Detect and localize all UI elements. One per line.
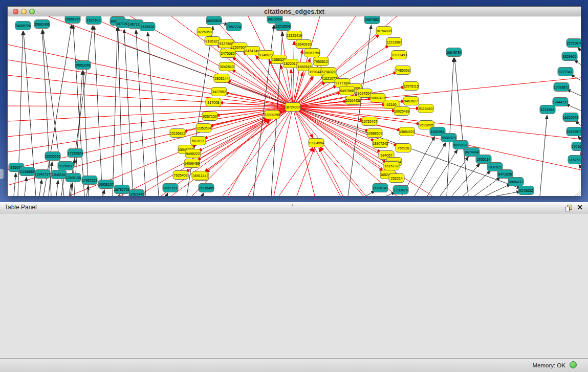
network-window-titlebar[interactable]: citations_edges.txt: [8, 7, 581, 16]
graph-node[interactable]: 7955812: [313, 57, 329, 66]
graph-node[interactable]: 10807487: [370, 94, 385, 102]
graph-node[interactable]: 20206556: [45, 152, 60, 161]
graph-node[interactable]: 13654923: [399, 127, 415, 136]
graph-node[interactable]: 10655287: [65, 16, 80, 24]
graph-node[interactable]: 12942737: [35, 170, 50, 179]
graph-node[interactable]: 12975115: [403, 82, 419, 91]
graph-node[interactable]: 18300295: [265, 111, 280, 119]
svg-text:8454749: 8454749: [245, 49, 259, 53]
graph-node[interactable]: 12093872: [554, 83, 569, 92]
graph-node[interactable]: 10025488: [394, 107, 409, 116]
graph-node[interactable]: 12213967: [386, 38, 402, 47]
graph-node[interactable]: 16782759: [114, 185, 129, 194]
graph-node[interactable]: 2935114: [476, 155, 491, 164]
graph-node[interactable]: 12923448: [129, 190, 144, 196]
graph-node[interactable]: 7485063: [395, 66, 410, 75]
graph-node[interactable]: 756928: [396, 144, 411, 152]
graph-node[interactable]: 17016504: [572, 142, 581, 151]
memory-status-label: Memory: OK: [532, 362, 565, 368]
graph-node[interactable]: 1822017: [283, 59, 298, 68]
graph-node[interactable]: 817008: [206, 98, 221, 107]
graph-node[interactable]: 3427552: [211, 87, 227, 96]
graph-edge: [123, 45, 521, 188]
graph-node[interactable]: 9329966: [562, 52, 577, 61]
graph-node[interactable]: 1167533: [568, 156, 581, 164]
graph-node[interactable]: 10688609: [367, 129, 382, 138]
graph-node[interactable]: 12353594: [196, 124, 211, 133]
graph-node[interactable]: 15692971: [567, 127, 581, 136]
graph-node[interactable]: 10654112: [508, 178, 524, 186]
graph-node[interactable]: 16033809: [206, 16, 222, 25]
graph-node[interactable]: 9975887: [58, 162, 73, 170]
svg-text:13325419: 13325419: [287, 34, 302, 37]
graph-node[interactable]: 11156889: [19, 167, 35, 176]
graph-node[interactable]: 10958107: [98, 180, 114, 189]
graph-node[interactable]: 1691144: [192, 171, 207, 180]
graph-node[interactable]: 7515526: [140, 23, 155, 31]
graph-node[interactable]: 8186323: [205, 37, 220, 46]
graph-node[interactable]: 14099489: [184, 159, 200, 168]
graph-node[interactable]: 15166822: [170, 129, 185, 138]
graph-node[interactable]: 9267150: [202, 112, 217, 121]
sidebar-collapse-handle[interactable]: [0, 169, 4, 179]
graph-node[interactable]: 2803144: [214, 74, 229, 83]
graph-node[interactable]: 18907243: [373, 139, 388, 148]
graph-node[interactable]: 1615132: [384, 162, 399, 170]
graph-node[interactable]: 8471626: [497, 170, 513, 179]
float-panel-icon[interactable]: [565, 205, 572, 211]
svg-text:1167533: 1167533: [569, 158, 581, 162]
graph-node[interactable]: 1733426: [393, 186, 408, 194]
graph-node[interactable]: 17957223: [82, 176, 97, 185]
graph-node[interactable]: 18724007: [285, 103, 300, 112]
graph-node[interactable]: 9498222: [185, 149, 201, 158]
graph-node[interactable]: 9463627: [403, 97, 419, 105]
window-resize-grip[interactable]: [579, 194, 581, 196]
graph-edge: [447, 58, 453, 196]
svg-text:17359924: 17359924: [68, 151, 83, 155]
network-canvas[interactable]: 1872400782260588186323932750825676088454…: [8, 16, 581, 196]
graph-node[interactable]: 15716485: [199, 184, 214, 192]
graph-node[interactable]: 24055724: [15, 21, 31, 30]
graph-node[interactable]: 18640910: [296, 40, 311, 49]
graph-node[interactable]: 3242843: [219, 62, 234, 71]
graph-node[interactable]: 7857224: [226, 23, 242, 31]
graph-node[interactable]: 252214: [389, 174, 404, 183]
graph-node[interactable]: 19384554: [309, 139, 324, 147]
graph-node[interactable]: 12444131: [553, 98, 568, 106]
svg-text:2687682: 2687682: [365, 18, 379, 21]
graph-node[interactable]: 9245652: [518, 186, 534, 195]
graph-node[interactable]: 1545194: [51, 170, 67, 179]
graph-node[interactable]: 16648784: [446, 48, 462, 57]
graph-node[interactable]: 8226058: [197, 28, 212, 36]
network-view-window[interactable]: citations_edges.txt 18724007822605881863…: [7, 6, 581, 196]
graph-node[interactable]: 20691406: [34, 20, 50, 29]
graph-node[interactable]: 16720407: [362, 117, 377, 126]
close-panel-icon[interactable]: ✕: [577, 203, 583, 211]
window-resize-grip[interactable]: [577, 192, 581, 196]
memory-status-indicator[interactable]: [570, 361, 577, 368]
graph-node[interactable]: 8215958: [540, 105, 555, 114]
graph-node[interactable]: 9227341: [558, 68, 573, 76]
graph-node[interactable]: 587833: [190, 137, 206, 145]
graph-node[interactable]: 6497568: [339, 86, 355, 95]
graph-node[interactable]: 16154808: [376, 27, 391, 35]
graph-node[interactable]: 7625402: [173, 171, 188, 180]
graph-node[interactable]: 9857791: [163, 184, 178, 192]
graph-node[interactable]: 13325419: [287, 31, 302, 40]
graph-node[interactable]: 9115460: [418, 104, 433, 113]
splitter-handle[interactable]: ▴: [292, 203, 296, 206]
graph-node[interactable]: 1527602: [86, 16, 101, 25]
graph-node[interactable]: 16210643: [563, 113, 578, 122]
graph-node[interactable]: 16136141: [373, 184, 388, 192]
graph-node[interactable]: 17359924: [68, 149, 83, 158]
graph-node[interactable]: 29053346: [75, 61, 91, 70]
graph-node[interactable]: 2475685: [220, 49, 235, 58]
graph-node[interactable]: 15751074: [567, 39, 581, 48]
graph-node[interactable]: 16961758: [304, 49, 320, 57]
graph-node[interactable]: 8454749: [245, 47, 260, 55]
graph-node[interactable]: 13218506: [275, 22, 291, 31]
graph-node[interactable]: 12505135: [66, 173, 81, 182]
graph-node[interactable]: 10973493: [391, 51, 407, 59]
graph-node[interactable]: 2687682: [364, 16, 380, 24]
graph-node[interactable]: 20564436: [345, 96, 361, 105]
